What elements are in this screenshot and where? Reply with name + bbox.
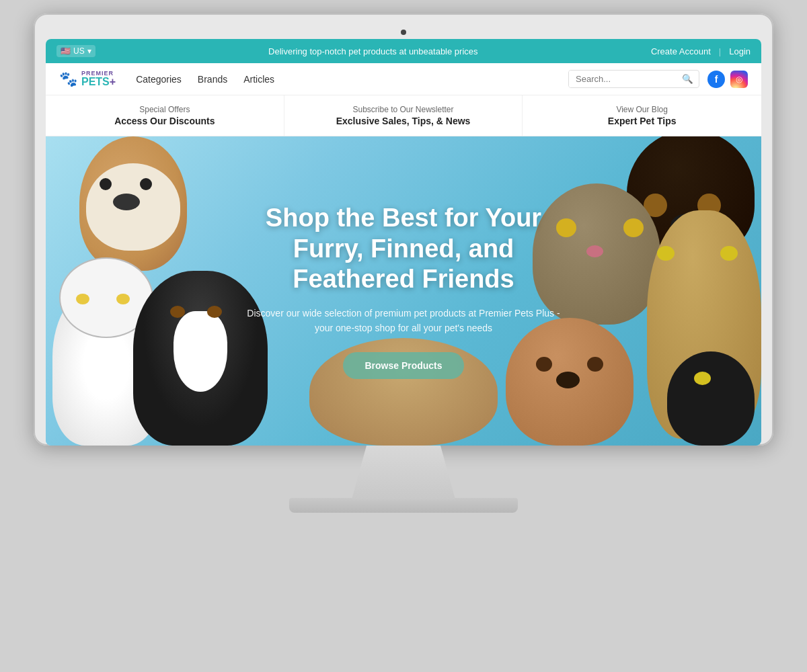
- hero-section: Shop the Best for Your Furry, Finned, an…: [46, 136, 761, 446]
- bulldog-nose: [113, 194, 140, 210]
- create-account-link[interactable]: Create Account: [651, 46, 711, 56]
- monitor-screen: 🇺🇸 US ▾ Delivering top-notch pet product…: [34, 13, 773, 446]
- chihuahua-eye-right: [587, 357, 603, 372]
- search-box: 🔍: [568, 70, 699, 88]
- stand-base: [289, 498, 518, 513]
- social-icons: f ◎: [707, 71, 748, 88]
- promo-title-offers: Access Our Discounts: [114, 116, 215, 126]
- monitor-stand: [289, 446, 518, 513]
- instagram-symbol: ◎: [736, 75, 742, 84]
- logo-pets: PETS+: [81, 77, 116, 87]
- top-bar-left: 🇺🇸 US ▾: [56, 45, 95, 57]
- dark-animal: [667, 345, 761, 446]
- bulldog-eye-right: [140, 178, 152, 190]
- instagram-icon[interactable]: ◎: [730, 71, 748, 88]
- announcement-text: Delivering top-notch pet products at unb…: [95, 46, 651, 56]
- country-code: US: [73, 46, 85, 56]
- promo-bar: Special Offers Access Our Discounts Subs…: [46, 95, 761, 136]
- paw-icon: 🐾: [59, 71, 77, 88]
- logo[interactable]: 🐾 PREMIER PETS+: [59, 71, 116, 88]
- top-bar-divider: |: [719, 46, 721, 56]
- nav-item-brands[interactable]: Brands: [198, 73, 227, 85]
- promo-label-newsletter: Subscribe to Our Newsletter: [352, 105, 453, 114]
- facebook-icon[interactable]: f: [707, 71, 725, 88]
- hero-content: Shop the Best for Your Furry, Finned, an…: [229, 190, 578, 392]
- country-selector[interactable]: 🇺🇸 US ▾: [56, 45, 95, 57]
- top-bar: 🇺🇸 US ▾ Delivering top-notch pet product…: [46, 39, 761, 63]
- hero-title: Shop the Best for Your Furry, Finned, an…: [242, 203, 565, 295]
- stand-neck: [330, 446, 477, 499]
- promo-item-blog[interactable]: View Our Blog Expert Pet Tips: [523, 95, 761, 136]
- bw-cat-eye-left: [76, 294, 89, 304]
- nav-links: Categories Brands Articles: [136, 73, 274, 85]
- promo-label-blog: View Our Blog: [616, 105, 667, 114]
- hero-subtitle: Discover our wide selection of premium p…: [242, 306, 565, 336]
- search-button[interactable]: 🔍: [677, 71, 699, 87]
- striped-cat-eye-right: [720, 246, 738, 261]
- login-link[interactable]: Login: [729, 46, 751, 56]
- nav-right: 🔍 f ◎: [568, 70, 748, 88]
- tabby-nose: [586, 245, 603, 257]
- collie-white-patch: [174, 311, 227, 392]
- screen-content: 🇺🇸 US ▾ Delivering top-notch pet product…: [46, 39, 761, 446]
- nav-link-articles[interactable]: Articles: [243, 74, 274, 85]
- browse-products-button[interactable]: Browse Products: [343, 352, 463, 379]
- logo-text: PREMIER PETS+: [81, 71, 116, 87]
- bulldog: [66, 136, 200, 271]
- striped-cat-eye-left: [657, 246, 675, 261]
- nav-bar: 🐾 PREMIER PETS+ Categories Brands Articl…: [46, 63, 761, 95]
- promo-item-newsletter[interactable]: Subscribe to Our Newsletter Exclusive Sa…: [284, 95, 523, 136]
- promo-title-blog: Expert Pet Tips: [608, 116, 677, 126]
- search-input[interactable]: [569, 71, 677, 87]
- promo-title-newsletter: Exclusive Sales, Tips, & News: [336, 116, 471, 126]
- collie-eye-left: [170, 306, 185, 318]
- search-icon: 🔍: [682, 74, 693, 84]
- chevron-down-icon: ▾: [87, 46, 91, 56]
- nav-item-categories[interactable]: Categories: [136, 73, 182, 85]
- promo-label-offers: Special Offers: [139, 105, 190, 114]
- dark-animal-body: [667, 351, 755, 446]
- top-bar-right: Create Account | Login: [651, 46, 751, 56]
- nav-link-categories[interactable]: Categories: [136, 74, 182, 85]
- flag-icon: 🇺🇸: [61, 46, 71, 56]
- bw-cat-eye-right: [116, 294, 130, 304]
- webcam-dot: [401, 30, 406, 35]
- bulldog-eye-left: [100, 178, 112, 190]
- nav-link-brands[interactable]: Brands: [198, 74, 227, 85]
- nav-item-articles[interactable]: Articles: [243, 73, 274, 85]
- promo-item-offers[interactable]: Special Offers Access Our Discounts: [46, 95, 284, 136]
- dark-animal-eye: [694, 372, 711, 385]
- collie-eye-right: [207, 306, 222, 318]
